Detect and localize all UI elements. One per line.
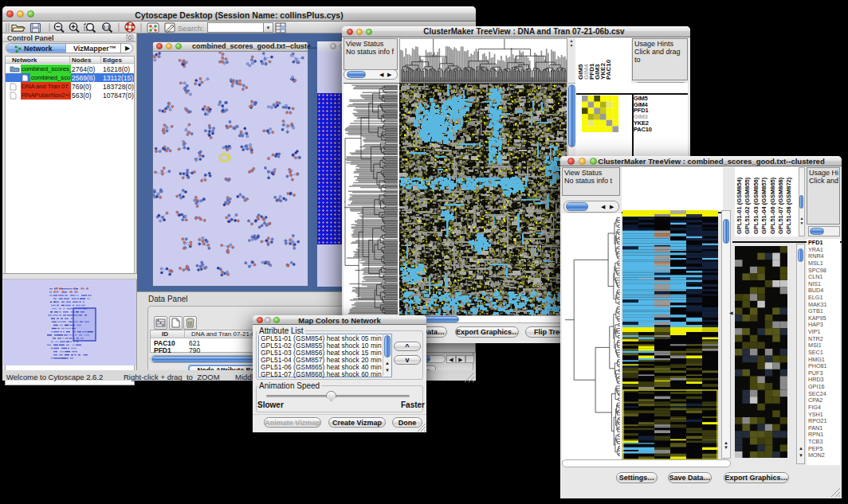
svg-text:GPL51-08 (GSM872): GPL51-08 (GSM872) <box>785 177 792 234</box>
svg-text:GPL51-01 (GSM854): GPL51-01 (GSM854) <box>736 177 743 234</box>
svg-text:GPL51-03 (GSM856): GPL51-03 (GSM856) <box>752 177 760 234</box>
svg-text:GPL51-07 (GSM868): GPL51-07 (GSM868) <box>777 177 784 234</box>
svg-text:GPL51-04 (GSM857): GPL51-04 (GSM857) <box>760 177 768 234</box>
svg-text:GPL51-02 (GSM855): GPL51-02 (GSM855) <box>744 177 751 234</box>
svg-text:PAC10: PAC10 <box>605 59 612 80</box>
svg-text:1:1: 1:1 <box>104 25 110 29</box>
svg-text:GPL51-06 (GSM865): GPL51-06 (GSM865) <box>769 177 776 234</box>
